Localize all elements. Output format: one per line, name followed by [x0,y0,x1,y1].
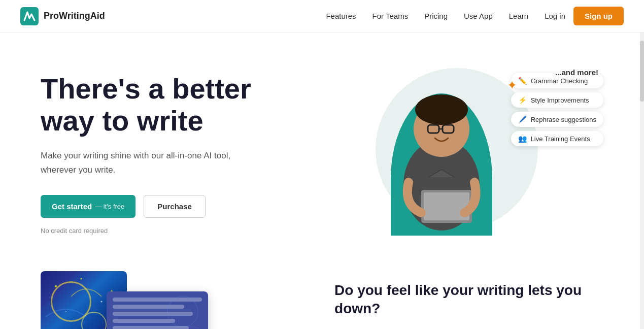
svg-point-13 [101,301,103,303]
page-scrollbar[interactable] [640,0,644,329]
lower-title: Do you feel like your writing lets you d… [334,281,603,318]
lower-left: My idea in my head [41,271,294,329]
signup-button[interactable]: Sign up [573,7,624,25]
hero-person-image [381,83,502,236]
free-tag: — it's free [95,203,124,210]
logo-icon [20,7,39,25]
badge-training-label: Live Training Events [531,135,590,143]
artwork-front [107,291,208,329]
hero-section: There's a better way to write Make your … [0,32,644,256]
feature-badges: ...and more! ✏️ Grammar Checking ⚡ Style… [511,73,603,146]
training-icon: 👥 [518,135,527,143]
pad-decorations [107,291,208,329]
badge-style: ⚡ Style Improvements [511,92,603,108]
hero-title: There's a better way to write [41,73,350,137]
no-credit-text: No credit card required [41,227,350,235]
hero-left: There's a better way to write Make your … [41,63,350,235]
hero-title-line2: way to write [41,105,204,137]
badge-style-label: Style Improvements [531,96,589,104]
get-started-button[interactable]: Get started — it's free [41,195,135,218]
grammar-icon: ✏️ [518,77,527,85]
badge-grammar-label: Grammar Checking [531,77,588,85]
lower-title-text: Do you feel like your writing lets you d… [334,282,582,316]
brand-name: ProWritingAid [44,11,105,21]
hero-title-line1: There's a better [41,73,251,105]
get-started-label: Get started [52,202,92,211]
rephrase-icon: 🖊️ [518,115,527,123]
badge-rephrase-label: Rephrase suggestions [531,116,596,123]
hero-cta-row: Get started — it's free Purchase [41,195,350,218]
svg-point-9 [55,285,57,287]
svg-point-16 [183,327,203,329]
login-button[interactable]: Log in [545,12,565,20]
style-icon: ⚡ [518,96,527,104]
sparkle-decoration: ✦ [507,78,517,92]
nav-learn[interactable]: Learn [509,12,528,20]
nav-links: Features For Teams Pricing Use App Learn [326,12,528,21]
nav-use-app[interactable]: Use App [464,12,493,20]
and-more-text: ...and more! [555,68,598,77]
lower-section: My idea in my head Do you feel like your… [0,256,644,329]
artwork-container: My idea in my head [41,271,208,329]
badge-training: 👥 Live Training Events [511,131,603,146]
hero-right: ...and more! ✏️ Grammar Checking ⚡ Style… [350,63,603,236]
purchase-button[interactable]: Purchase [144,195,206,218]
svg-point-15 [167,297,198,327]
nav-for-teams[interactable]: For Teams [372,12,409,20]
lower-body-text: We know what it's like to feel the FEAR … [334,326,603,329]
svg-point-6 [415,94,468,125]
scrollbar-thumb[interactable] [640,41,644,102]
logo-link[interactable]: ProWritingAid [20,7,105,25]
nav-pricing[interactable]: Pricing [424,12,448,20]
svg-point-10 [81,278,82,280]
nav-actions: Log in Sign up [545,7,624,25]
lower-right: Do you feel like your writing lets you d… [334,271,603,329]
svg-point-12 [65,311,66,312]
nav-features[interactable]: Features [326,12,356,20]
badge-rephrase: 🖊️ Rephrase suggestions [511,112,603,127]
hero-subtitle: Make your writing shine with our all-in-… [41,149,244,176]
writing-pad [107,291,208,329]
navbar: ProWritingAid Features For Teams Pricing… [0,0,644,32]
